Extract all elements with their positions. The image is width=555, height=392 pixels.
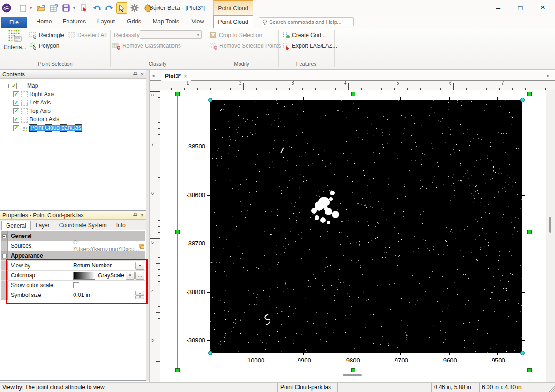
new-document-button[interactable] [17,2,29,14]
point-cloud-checkbox[interactable]: ✓ [13,125,19,131]
view-by-dropdown[interactable]: ▾ [135,262,144,270]
command-search[interactable] [259,17,354,26]
selection-handle-se[interactable] [527,368,532,372]
tab-scroll-left-icon[interactable]: ◂ [152,73,155,79]
pin-icon[interactable] [133,72,137,77]
tab-layer[interactable]: Layer [31,220,54,230]
selection-handle-s[interactable] [351,368,355,372]
reclassify-label: Reclassify: [114,31,141,39]
plot-page[interactable]: -38500 -38600 -38700 -38800 -38900 -1000… [160,90,555,382]
save-dropdown-arrow[interactable]: ▾ [73,6,77,10]
remove-classifications-button[interactable]: Remove Classifications [112,42,181,50]
selection-handle-n[interactable] [351,92,355,96]
x-axis-label: -10000 [236,357,274,364]
bottom-axis-tick [352,353,352,355]
selection-handle-ne[interactable] [527,92,532,96]
close-panel-icon[interactable]: × [140,71,144,78]
maximize-button[interactable]: □ [510,0,531,15]
criteria-button[interactable]: Criteria... [3,30,27,60]
export-button[interactable] [78,2,90,14]
reclassify-combobox[interactable]: ▾ [140,30,202,39]
rectangle-select-button[interactable]: Rectangle [29,31,64,39]
selection-handle-w[interactable] [175,230,180,234]
map-checkbox[interactable]: ✓ [11,83,17,89]
pin-icon[interactable] [133,213,137,218]
tab-home[interactable]: Home [34,15,54,28]
save-button[interactable] [60,2,72,14]
tab-scroll-right-icon[interactable]: ▸ [547,73,550,79]
left-axis-tick [207,195,210,196]
bottom-axis-tick [400,353,401,355]
close-button[interactable]: × [532,0,554,15]
x-axis-label: -9900 [285,357,322,364]
new-worksheet-button[interactable] [48,2,59,14]
tree-item-top-axis[interactable]: ✓ Top Axis [1,107,145,115]
symbol-size-stepper[interactable]: ▴ ▾ [135,291,144,299]
map-frame-icon [19,83,25,89]
deselect-all-button[interactable]: Deselect All [68,31,107,39]
remove-selected-points-button[interactable]: Remove Selected Points [210,42,281,50]
tree-item-map[interactable]: − ✓ Map [1,81,145,90]
left-axis-checkbox[interactable]: ✓ [13,100,19,106]
tab-general[interactable]: General [1,221,31,230]
horizontal-scrollbar-thumb[interactable] [343,374,362,376]
tab-point-cloud-active[interactable]: Point Cloud [213,15,253,28]
tree-item-point-cloud[interactable]: ✓ Point Cloud-park.las [1,124,145,132]
tab-file[interactable]: File [1,17,27,28]
vertex-handle-sw[interactable] [208,351,212,355]
colormap-dropdown[interactable]: ▾ [126,272,135,280]
vertical-scrollbar-track[interactable] [546,90,555,382]
tab-features[interactable]: Features [61,15,88,28]
tree-item-right-axis[interactable]: ✓ Right Axis [1,90,145,98]
polygon-select-button[interactable]: Polygon [29,42,59,50]
document-tab-plot3[interactable]: Plot3* × [161,72,191,81]
search-input[interactable] [268,19,350,25]
close-document-icon[interactable]: × [184,73,187,80]
tab-info[interactable]: Info [112,220,130,230]
bottom-axis-checkbox[interactable]: ✓ [13,117,19,123]
tab-view[interactable]: View [188,15,207,28]
properties-panel-titlebar: Properties - Point Cloud-park.las × [0,211,146,220]
crop-to-selection-button[interactable]: Crop to Selection [210,31,262,39]
colormap-more-button[interactable]: ... [135,272,144,280]
select-tool-button[interactable] [116,2,128,14]
create-grid-button[interactable]: Create Grid... [282,31,326,39]
top-axis-checkbox[interactable]: ✓ [13,108,19,114]
tab-map-tools[interactable]: Map Tools [150,15,181,28]
selection-handle-nw[interactable] [175,92,180,96]
tab-grids[interactable]: Grids [124,15,144,28]
point-cloud-map-canvas[interactable] [210,100,522,353]
redo-button[interactable] [104,2,115,14]
tree-item-left-axis[interactable]: ✓ Left Axis [1,98,145,107]
close-panel-icon[interactable]: × [140,212,144,219]
vertex-handle-se[interactable] [520,351,525,355]
selected-layer-label: Point Cloud-park.las [30,125,82,131]
vertical-ruler [150,90,160,382]
ribbon-point-cloud: Criteria... Rectangle Polygon Deselect A… [0,28,555,70]
new-dropdown-arrow[interactable]: ▾ [30,6,34,10]
show-color-scale-checkbox[interactable] [73,282,79,288]
app-logo-icon[interactable] [1,2,12,14]
vertex-handle-ne[interactable] [520,98,525,102]
open-file-button[interactable] [35,2,46,14]
tab-layout[interactable]: Layout [95,15,117,28]
options-gear-button[interactable] [129,2,140,14]
export-laslaz-button[interactable]: Export LAS/LAZ... [282,42,337,50]
colormap-gradient-swatch[interactable] [73,272,95,280]
bottom-axis-tick [255,353,255,355]
collapse-expander[interactable]: − [5,84,9,88]
resize-grip[interactable] [548,383,555,392]
section-appearance[interactable]: −Appearance [1,251,145,261]
right-axis-checkbox[interactable]: ✓ [13,91,19,97]
selection-handle-sw[interactable] [175,368,180,372]
vertical-scrollbar-thumb[interactable] [549,217,551,233]
browse-folder-icon[interactable] [139,243,144,249]
selection-handle-e[interactable] [527,230,532,234]
group-label-classify: Classify [121,61,194,67]
tab-coordinate-system[interactable]: Coordinate System [54,220,112,230]
minimize-button[interactable]: – [488,0,509,15]
tree-item-bottom-axis[interactable]: ✓ Bottom Axis [1,115,145,124]
ribbon-tab-row: File Home Features Layout Grids Map Tool… [0,15,555,28]
undo-button[interactable] [91,2,102,14]
vertex-handle-nw[interactable] [208,98,212,102]
